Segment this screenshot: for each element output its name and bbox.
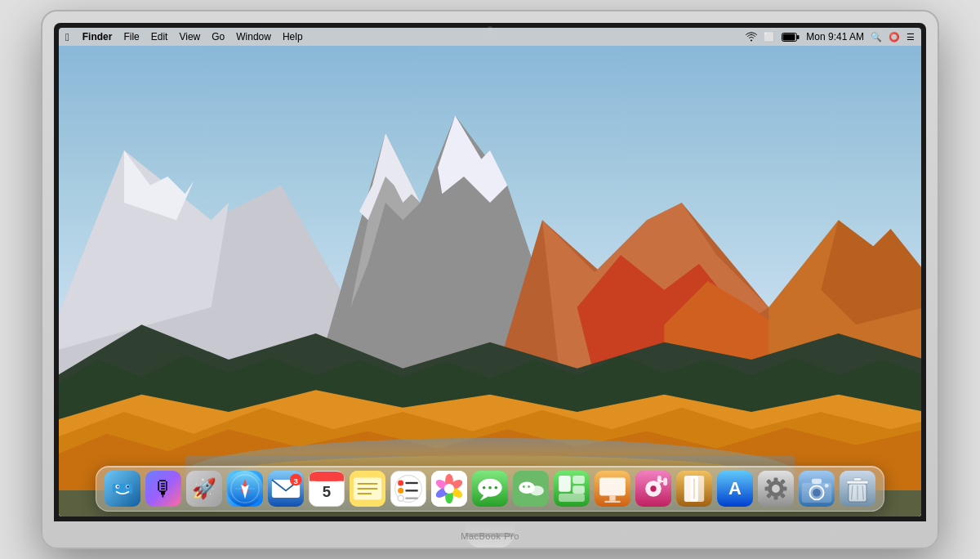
dock-icon-notes[interactable] [350,471,385,507]
svg-point-74 [488,486,492,490]
svg-text:5: 5 [323,484,331,501]
svg-rect-85 [559,494,585,502]
clock: Mon 9:41 AM [806,31,864,42]
dock-icon-appstore[interactable]: A [717,471,753,507]
dock-icon-ibooks[interactable] [676,471,712,507]
dock-icon-mail[interactable]: 3 [268,471,304,507]
screen:  Finder File Edit View Go Window Help [59,28,921,517]
svg-point-60 [398,495,403,501]
svg-point-80 [528,485,530,488]
svg-rect-87 [599,478,626,496]
svg-text:3: 3 [294,476,299,485]
dock-icon-finder[interactable] [105,471,140,507]
dock-icon-messages[interactable] [472,471,508,507]
svg-rect-121 [847,481,869,484]
svg-rect-89 [604,501,621,503]
svg-point-33 [117,485,118,487]
svg-point-116 [813,489,821,497]
svg-rect-88 [609,496,615,501]
battery-icon [782,33,800,42]
svg-rect-106 [774,494,778,499]
dock-icon-keynote[interactable] [595,471,630,507]
menubar-right: ⬜ Mon 9:41 AM 🔍 ⭕ ☰ [746,31,915,42]
svg-rect-122 [853,478,862,481]
apple-logo-icon[interactable]:  [65,31,69,43]
dock-container: 🎙 🚀 [96,466,884,512]
svg-point-75 [495,486,498,490]
dock-icon-launchpad[interactable]: 🚀 [186,471,222,507]
menu-help[interactable]: Help [283,31,303,42]
menu-file[interactable]: File [123,31,139,42]
svg-rect-107 [765,487,770,491]
laptop-body:  Finder File Edit View Go Window Help [41,10,939,549]
menubar-left:  Finder File Edit View Go Window Help [65,31,303,43]
macbook-label: MacBook Pro [461,531,519,541]
bottom-bar: MacBook Pro [466,521,514,548]
svg-rect-94 [663,478,667,486]
svg-rect-82 [559,476,571,492]
siri-status-icon[interactable]: ⭕ [889,32,900,42]
svg-rect-98 [690,476,704,502]
svg-text:A: A [728,478,742,499]
dock-icon-reminders[interactable] [390,471,426,507]
svg-rect-108 [782,487,786,491]
svg-point-78 [530,485,544,495]
svg-point-58 [398,488,403,494]
svg-point-92 [650,485,656,491]
svg-point-69 [444,484,454,494]
svg-rect-84 [572,485,585,494]
svg-point-118 [825,484,829,488]
svg-point-56 [398,481,403,486]
svg-rect-2 [797,35,800,39]
svg-point-34 [127,485,129,487]
wifi-icon [746,31,757,42]
svg-rect-1 [783,34,795,40]
app-name[interactable]: Finder [82,31,113,42]
svg-point-79 [523,485,525,488]
dock: 🎙 🚀 [96,466,884,512]
menu-edit[interactable]: Edit [151,31,168,42]
dock-icon-safari[interactable] [227,471,263,507]
dock-icon-itunes[interactable] [635,471,671,507]
dock-icon-wechat[interactable] [513,471,549,507]
dock-icon-systemprefs[interactable] [758,471,794,507]
dock-icon-calendar[interactable]: 5 [309,471,345,507]
menu-go[interactable]: Go [212,31,225,42]
svg-rect-30 [113,484,132,494]
svg-rect-47 [310,476,344,481]
svg-rect-105 [774,478,778,483]
dock-icon-siri[interactable]: 🎙 [145,471,181,507]
svg-rect-117 [812,479,822,484]
menubar:  Finder File Edit View Go Window Help [59,28,921,46]
dock-icon-photos[interactable] [431,471,467,507]
svg-rect-83 [572,476,585,484]
search-icon[interactable]: 🔍 [871,32,882,42]
screen-bezel:  Finder File Edit View Go Window Help [54,23,926,521]
wallpaper: 🎙 🚀 [59,46,921,517]
menu-window[interactable]: Window [236,31,271,42]
dock-icon-numbers[interactable] [554,471,590,507]
svg-point-73 [483,486,486,490]
airdrop-icon[interactable]: ⬜ [764,32,775,42]
controlstrip-icon[interactable]: ☰ [906,32,915,42]
dock-icon-camera[interactable] [799,471,835,507]
menu-view[interactable]: View [179,31,200,42]
svg-point-104 [772,485,780,493]
dock-icon-trash[interactable] [840,471,875,507]
